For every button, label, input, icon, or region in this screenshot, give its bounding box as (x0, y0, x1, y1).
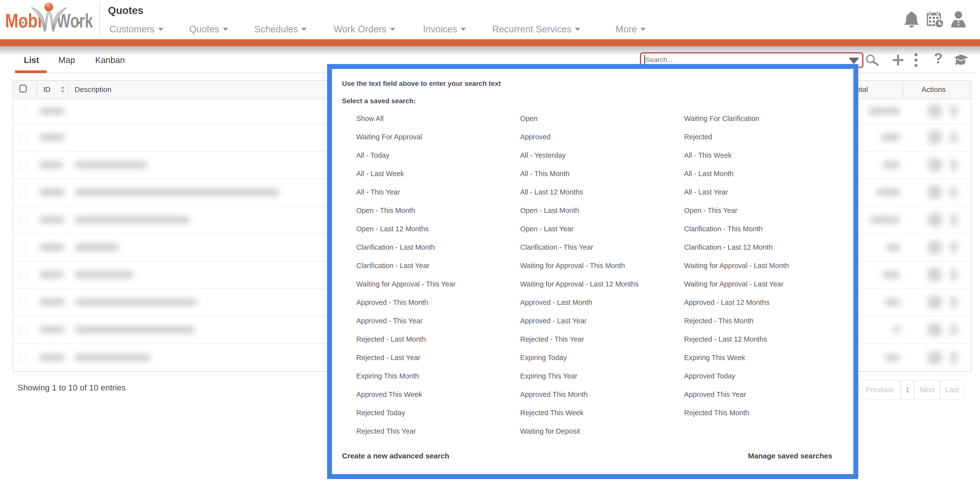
svg-text:Work: Work (57, 10, 93, 32)
